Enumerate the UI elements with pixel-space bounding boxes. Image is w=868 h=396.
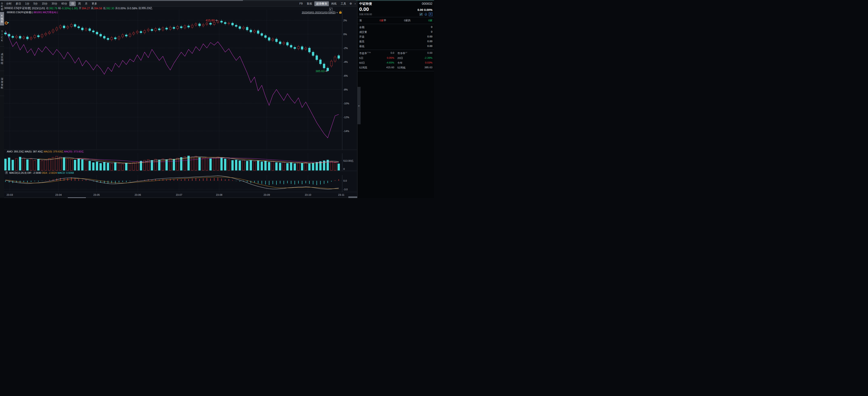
instrument-name: 中证转债 [359, 2, 372, 6]
macd-title: MACD(12,26,9) [9, 171, 27, 174]
tool-button-工具[interactable]: 工具 [339, 1, 348, 6]
stat-pair-row: 5日0.05%20日-2.39% [358, 56, 434, 61]
exchange-time: SSE 8:55:00 [359, 13, 372, 16]
last-price: 0.00 [359, 6, 369, 12]
stat-row-开盘: 开盘0.00 [358, 34, 434, 39]
period-button-周[interactable]: 周 [76, 1, 83, 6]
quote-label: 低 [103, 6, 106, 10]
period-button-5分[interactable]: 5分 [32, 1, 40, 6]
tool-button-F9[interactable]: F9 [298, 2, 304, 6]
quote-label: 高 [91, 6, 94, 10]
chart-area[interactable]: 000832.CSI(中证转债) | 881001.WI(万得全A) | 202… [4, 10, 357, 198]
macd-chart[interactable]: 0.0-3.0 [4, 175, 357, 192]
date-tick-23-10: 23-10 [305, 194, 311, 196]
symbol-label: 000832.CSI[中证转债] [4, 6, 31, 10]
sidebar-tab-成交明细[interactable]: 成交明细 [0, 47, 4, 71]
volume-indicator-row: AMO: 355.23亿 MA(5): 387.40亿 MA(10): 379.… [7, 150, 84, 153]
amo-value: AMO: 355.23亿 [7, 150, 24, 153]
svg-text:415.60: 415.60 [206, 19, 215, 22]
toolbar-overflow-icon[interactable]: › [353, 2, 357, 6]
stat-row-最低: 最低0.00 [358, 44, 434, 49]
period-button-1分[interactable]: 1分 [23, 1, 31, 6]
svg-text:-10%: -10% [343, 102, 349, 105]
volume-ma20: MA(20): 373.82亿 [64, 150, 84, 153]
quote-panel: 中证转债 000832 0.00 0.00 0.00% SSE 8:55:00 … [357, 1, 434, 198]
period-button-更多[interactable]: 更多 [90, 1, 99, 6]
breadth-跌: 跌0家 [408, 19, 432, 22]
svg-text:385.63: 385.63 [315, 69, 324, 73]
volume-chart[interactable]: 513.00亿0 [4, 153, 357, 171]
svg-text:-4%: -4% [343, 61, 348, 63]
date-tick-23-07: 23-07 [176, 194, 182, 196]
breadth-涨: 涨0家 [359, 19, 384, 22]
volume-ma10: MA(10): 379.63亿 [44, 150, 63, 153]
svg-text:0: 0 [343, 168, 345, 170]
period-button-60分[interactable]: 60分 [60, 1, 69, 6]
macd-dif: DIF: -2.5690 [27, 171, 41, 174]
price-change: 0.00 0.00% [417, 8, 432, 11]
period-button-月[interactable]: 月 [83, 1, 89, 6]
scrollbar-corner [348, 196, 358, 198]
quote-value: -0.33%(-1.30) [61, 7, 78, 10]
quote-value: 394.27 [82, 7, 90, 10]
period-button-日[interactable]: 日 [69, 1, 76, 6]
quote-label: 收 [46, 6, 49, 10]
quote-label: 开 [79, 6, 81, 10]
candlestick-chart[interactable]: 2%0%-2%-4%-6%-8%-10%-12%-14%415.60385.63 [4, 10, 357, 150]
quote-label: 换 [115, 6, 118, 10]
date-tick-23-03: 23-03 [7, 194, 13, 196]
svg-text:0%: 0% [343, 33, 347, 36]
market-breadth-row: 涨0家平0家跌0家 [358, 18, 434, 23]
date-tick-23-06: 23-06 [135, 194, 141, 196]
stat-pair-row: 市盈率TTM0.0市净率LF0.00 [358, 51, 434, 56]
scrollbar-thumb[interactable] [68, 197, 86, 198]
gear-icon[interactable]: ⚙ [348, 2, 353, 6]
macd-indicator-row: ? MACD(12,26,9) DIF: -2.5690 DEA: -2.822… [5, 171, 74, 174]
quote-label: 振 [127, 6, 129, 10]
edit-pencil-icon[interactable] [419, 13, 423, 16]
date-tick-23-09: 23-09 [264, 194, 270, 196]
sidebar-tab-深度资料[interactable]: 深度资料 [0, 71, 4, 96]
stat-row-金额: 金额0 [358, 25, 434, 30]
period-button-分时[interactable]: 分时 [4, 1, 13, 6]
quote-value: 0.00% [118, 7, 126, 10]
alert-bell-icon[interactable] [424, 13, 427, 16]
date-axis: 23-0323-0423-0523-0623-0723-0823-0923-10… [4, 192, 357, 198]
instrument-code: 000832 [422, 2, 432, 5]
sidebar-tab-分时图[interactable]: 分时图 [0, 1, 4, 12]
svg-text:-12%: -12% [343, 116, 349, 119]
tool-button-复权[interactable]: 复权 [305, 1, 314, 6]
svg-text:0.0: 0.0 [343, 179, 347, 182]
date-tick-23-08: 23-08 [216, 194, 222, 196]
quote-value: 392.79 [49, 7, 57, 10]
tool-button-超级叠加[interactable]: 超级叠加 [314, 1, 329, 6]
svg-text:513.00亿: 513.00亿 [343, 160, 353, 162]
add-watchlist-icon[interactable]: + [429, 12, 432, 16]
pane-divider [4, 171, 357, 171]
help-icon[interactable]: ? [5, 171, 8, 174]
panel-collapse-handle[interactable]: » [357, 87, 361, 124]
sidebar-tab-TICK[interactable]: TICK [0, 26, 4, 47]
sidebar-tab-K线图[interactable]: K线图 [0, 12, 4, 26]
left-sidebar: 分时图K线图TICK成交明细深度资料 [0, 1, 4, 198]
svg-text:-8%: -8% [343, 88, 348, 91]
double-chevron-icon: » [358, 104, 360, 107]
stat-row-成交量: 成交量0 [358, 30, 434, 34]
svg-text:-6%: -6% [343, 75, 348, 77]
date-tick-23-05: 23-05 [93, 194, 100, 196]
svg-text:-2%: -2% [343, 47, 348, 50]
quote-info-row: 000832.CSI[中证转债] 2023/11/01 收392.79幅-0.3… [4, 6, 357, 10]
horizontal-scrollbar[interactable] [4, 197, 357, 198]
quote-value: 355.23亿 [141, 6, 152, 10]
period-button-多日[interactable]: 多日 [14, 1, 23, 6]
date-tick-23-11: 23-11 [338, 194, 344, 196]
stat-row-最高: 最高0.00 [358, 39, 434, 44]
period-button-15分[interactable]: 15分 [40, 1, 49, 6]
macd-dea: DEA: -2.8224 [42, 171, 57, 174]
stat-pair-row: 60日-4.65%今年0.03% [358, 61, 434, 65]
quote-value: 394.58 [94, 7, 102, 10]
svg-text:2%: 2% [343, 19, 347, 22]
period-button-30分[interactable]: 30分 [50, 1, 59, 6]
macd-value: MACD: 0.5068 [58, 171, 74, 174]
tool-button-画线[interactable]: 画线 [329, 1, 338, 6]
